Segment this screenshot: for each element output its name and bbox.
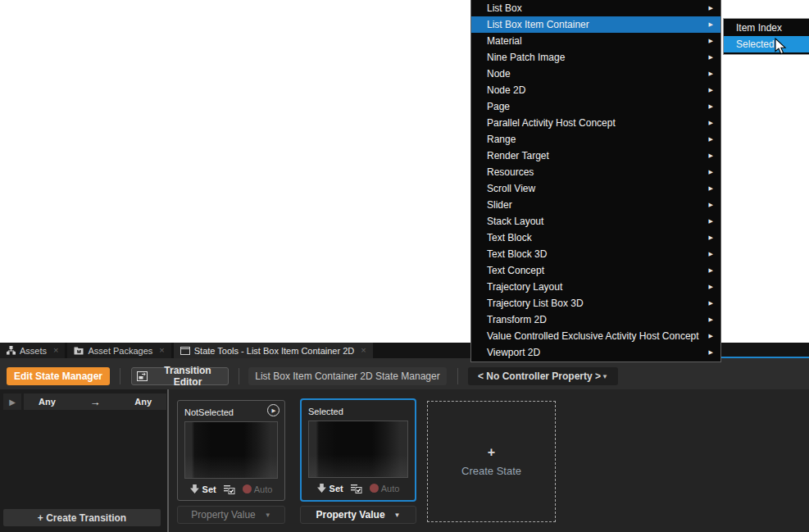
context-menu-item[interactable]: Text Block ▶: [471, 230, 720, 246]
state-card-selected[interactable]: Selected Set Auto: [300, 398, 416, 502]
state-name: NotSelected: [184, 407, 234, 417]
submenu-item-label: Item Index: [736, 22, 782, 34]
submenu-arrow-icon: ▶: [709, 136, 713, 143]
state-preview-thumbnail: [308, 421, 408, 478]
create-state-button[interactable]: + Create State: [427, 401, 556, 522]
context-submenu: Item Index Selected: [723, 18, 809, 55]
set-label: Set: [202, 484, 216, 494]
menu-item-label: Nine Patch Image: [487, 52, 565, 63]
context-menu-item[interactable]: Text Concept ▶: [471, 262, 720, 279]
tab-asset-packages[interactable]: Asset Packages ×: [67, 343, 170, 358]
close-icon[interactable]: ×: [361, 346, 366, 355]
menu-item-label: Material: [487, 35, 522, 47]
context-menu-item[interactable]: Slider ▶: [471, 197, 720, 213]
context-menu-item[interactable]: Node ▶: [471, 66, 720, 82]
auto-indicator-icon: [243, 484, 252, 493]
context-menu-item[interactable]: Value Controlled Exclusive Activity Host…: [471, 328, 720, 344]
context-menu-item[interactable]: Parallel Activity Host Concept ▶: [471, 115, 720, 131]
state-manager-title[interactable]: List Box Item Container 2D State Manager: [248, 367, 447, 385]
menu-item-label: Resources: [487, 166, 534, 178]
menu-item-label: Transform 2D: [487, 314, 547, 325]
panel-content: ▶ Any → Any + Create Transition NotSelec…: [0, 389, 809, 532]
property-value-label: Property Value: [191, 509, 256, 521]
close-icon[interactable]: ×: [159, 346, 164, 355]
context-menu-item[interactable]: Page ▶: [471, 98, 720, 115]
menu-item-label: Value Controlled Exclusive Activity Host…: [487, 330, 699, 342]
preview-state-play-icon[interactable]: ▶: [267, 404, 280, 416]
tab-label: Assets: [20, 346, 47, 356]
state-preview-thumbnail: [184, 421, 278, 479]
context-menu-item[interactable]: Node 2D ▶: [471, 82, 720, 98]
transition-editor-label: Transition Editor: [152, 365, 223, 388]
submenu-arrow-icon: ▶: [709, 300, 713, 307]
context-menu-item[interactable]: Text Block 3D ▶: [471, 246, 720, 262]
menu-item-label: Node: [487, 68, 511, 80]
context-menu-item[interactable]: Trajectory Layout ▶: [471, 279, 720, 295]
submenu-arrow-icon: ▶: [709, 120, 713, 126]
menu-item-label: Stack Layout: [487, 216, 543, 227]
submenu-arrow-icon: ▶: [709, 169, 713, 175]
states-pane: NotSelected ▶ Set Auto: [169, 389, 809, 532]
submenu-arrow-icon: ▶: [709, 218, 713, 225]
state-card-notselected[interactable]: NotSelected ▶ Set Auto: [177, 400, 285, 501]
property-list-check-icon[interactable]: [224, 484, 235, 494]
context-menu-item[interactable]: Trajectory List Box 3D ▶: [471, 295, 720, 311]
folder-icon: [74, 347, 84, 355]
context-menu-item[interactable]: Transform 2D ▶: [471, 311, 720, 328]
context-menu-item[interactable]: Range ▶: [471, 131, 720, 148]
transition-row[interactable]: Any → Any: [24, 393, 166, 410]
assets-hierarchy-icon: [7, 346, 16, 355]
create-transition-button[interactable]: + Create Transition: [3, 509, 161, 526]
menu-item-label: Text Block 3D: [487, 248, 547, 260]
context-menu-item[interactable]: Viewport 2D ▶: [471, 344, 720, 361]
context-menu-item[interactable]: List Box Item Container ▶: [471, 16, 720, 33]
tab-label: Asset Packages: [88, 346, 152, 356]
tab-assets[interactable]: Assets ×: [0, 343, 65, 358]
auto-toggle[interactable]: Auto: [243, 484, 273, 494]
context-menu-item[interactable]: Resources ▶: [471, 164, 720, 180]
transitions-pane: ▶ Any → Any + Create Transition: [0, 389, 167, 532]
submenu-arrow-icon: ▶: [709, 70, 713, 77]
context-menu-item[interactable]: Material ▶: [471, 33, 720, 49]
window-icon: [180, 347, 190, 355]
chevron-down-icon: ▼: [265, 512, 271, 519]
close-icon[interactable]: ×: [53, 346, 58, 355]
auto-toggle[interactable]: Auto: [370, 484, 400, 493]
edit-state-manager-button[interactable]: Edit State Manager: [7, 367, 110, 385]
controller-property-value: < No Controller Property >: [478, 371, 601, 382]
context-submenu-item[interactable]: Item Index: [724, 20, 809, 36]
tab-label: State Tools - List Box Item Container 2D: [194, 346, 354, 356]
transition-to: Any: [134, 397, 152, 407]
context-submenu-item[interactable]: Selected: [724, 36, 809, 52]
toolbar-separator: [120, 368, 120, 384]
menu-item-label: Text Concept: [487, 265, 544, 276]
property-value-dropdown-notselected[interactable]: Property Value ▼: [177, 506, 285, 524]
menu-item-label: List Box: [487, 2, 522, 14]
submenu-arrow-icon: ▶: [709, 21, 713, 28]
property-value-dropdown-selected[interactable]: Property Value ▼: [300, 506, 416, 524]
submenu-arrow-icon: ▶: [709, 267, 713, 274]
tab-state-tools[interactable]: State Tools - List Box Item Container 2D…: [174, 343, 373, 358]
set-state-button[interactable]: Set: [190, 484, 216, 494]
transition-editor-button[interactable]: Transition Editor: [131, 367, 229, 385]
menu-item-label: Viewport 2D: [487, 347, 540, 358]
arrow-down-icon: [190, 484, 199, 493]
submenu-arrow-icon: ▶: [709, 251, 713, 257]
context-menu-item[interactable]: Stack Layout ▶: [471, 213, 720, 230]
context-menu-item[interactable]: Render Target ▶: [471, 148, 720, 164]
transition-from: Any: [39, 397, 56, 407]
menu-item-label: List Box Item Container: [487, 19, 589, 30]
create-state-label: Create State: [461, 465, 521, 477]
plus-icon: +: [38, 512, 43, 524]
menu-item-label: Text Block: [487, 232, 532, 243]
context-menu-item[interactable]: Nine Patch Image ▶: [471, 49, 720, 66]
set-state-button[interactable]: Set: [317, 484, 343, 493]
submenu-arrow-icon: ▶: [709, 185, 713, 192]
menu-item-label: Scroll View: [487, 183, 535, 194]
controller-property-dropdown[interactable]: < No Controller Property > ▼: [468, 367, 618, 385]
context-menu-item[interactable]: Scroll View ▶: [471, 180, 720, 197]
context-menu-item[interactable]: List Box ▶: [471, 0, 720, 16]
play-transition-button[interactable]: ▶: [3, 393, 21, 410]
property-list-check-icon[interactable]: [351, 484, 362, 493]
state-tools-panel: Assets × Asset Packages × State Tools - …: [0, 343, 809, 532]
